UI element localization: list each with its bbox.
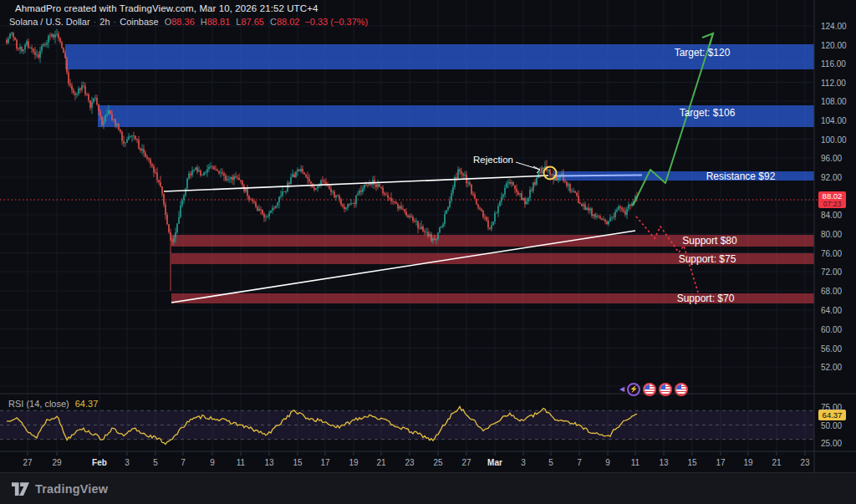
close-value: 88.02 <box>277 17 300 27</box>
chart-canvas[interactable] <box>0 0 856 504</box>
price-tick-label: 104.00 <box>821 116 847 125</box>
low-value: 87.65 <box>241 17 264 27</box>
price-tick-label: 56.00 <box>821 344 842 353</box>
open-key: O <box>165 17 172 27</box>
bar-countdown: 07:23 <box>818 201 846 209</box>
support-80-label[interactable]: Support $80 <box>682 235 736 247</box>
time-tick-label: 9 <box>210 458 215 467</box>
bottom-toolbar: TradingView <box>0 472 856 504</box>
event-icon-row: ⚡ <box>627 383 688 396</box>
support-70-label[interactable]: Support: $70 <box>677 293 735 304</box>
tradingview-logo-icon <box>12 482 29 496</box>
high-value: 88.81 <box>207 17 231 27</box>
time-tick-label: 15 <box>293 458 302 467</box>
rejection-label[interactable]: Rejection <box>473 155 513 165</box>
separator-dot: · <box>94 17 97 27</box>
price-tick-label: 84.00 <box>821 211 842 220</box>
time-tick-label: 27 <box>23 458 32 467</box>
time-tick-label: 11 <box>631 458 639 467</box>
time-tick-label: 25 <box>433 458 442 467</box>
time-tick-label: 11 <box>237 458 245 467</box>
time-tick-label: 7 <box>577 458 582 467</box>
rsi-current-value: 64.37 <box>75 399 99 409</box>
us-flag-icon[interactable] <box>643 383 656 396</box>
resistance-92-label[interactable]: Resistance $92 <box>706 171 776 182</box>
event-markers: ◀ ⚡ <box>619 383 688 396</box>
event-pointer-icon: ◀ <box>619 386 624 393</box>
exchange-label: Coinbase <box>120 17 158 27</box>
us-flag-icon[interactable] <box>675 383 688 396</box>
price-tick-label: 60.00 <box>821 324 842 333</box>
separator-dot: · <box>114 17 117 27</box>
rsi-tick-label: 75.00 <box>821 403 842 412</box>
price-tick-label: 64.00 <box>821 306 842 315</box>
price-tick-label: 124.00 <box>821 22 847 31</box>
interval-label[interactable]: 2h <box>99 17 110 27</box>
price-tick-label: 80.00 <box>821 230 842 239</box>
time-tick-label: Feb <box>92 458 107 467</box>
brand-name: TradingView <box>35 482 108 496</box>
price-tick-label: 72.00 <box>821 267 842 277</box>
price-tick-label: 108.00 <box>821 97 847 106</box>
close-key: C <box>270 17 277 27</box>
price-tick-label: 68.00 <box>821 287 842 296</box>
symbol-name[interactable]: Solana / U.S. Dollar <box>9 17 90 27</box>
high-key: H <box>201 17 207 27</box>
target-106-label[interactable]: Target: $106 <box>680 107 736 119</box>
time-tick-label: 3 <box>521 458 526 467</box>
price-tick-label: 112.00 <box>821 78 846 87</box>
lightning-icon[interactable]: ⚡ <box>627 383 640 396</box>
time-tick-label: 17 <box>320 458 329 467</box>
support-75-label[interactable]: Support: $75 <box>679 253 736 265</box>
time-tick-label: 19 <box>743 458 752 467</box>
price-tick-label: 96.00 <box>821 154 842 163</box>
tradingview-published-chart: AhmadPro created with TradingView.com, M… <box>0 0 856 504</box>
time-tick-label: 3 <box>125 458 130 467</box>
tradingview-brand[interactable]: TradingView <box>12 482 108 496</box>
time-tick-label: 27 <box>461 458 471 467</box>
time-tick-label: 23 <box>800 458 809 467</box>
time-tick-label: 5 <box>153 458 158 467</box>
time-tick-label: 5 <box>548 458 553 467</box>
time-tick-label: 9 <box>605 458 610 467</box>
time-tick-label: 23 <box>405 458 414 467</box>
change-value: −0.33 (−0.37%) <box>304 17 368 27</box>
time-tick-label: 21 <box>376 458 385 467</box>
time-tick-label: 19 <box>349 458 358 467</box>
time-tick-label: 13 <box>659 458 668 467</box>
price-tick-label: 76.00 <box>821 248 842 257</box>
time-tick-label: 29 <box>52 458 61 467</box>
rsi-legend: RSI (14, close)64.37 <box>8 399 98 409</box>
time-tick-label: 7 <box>181 458 186 467</box>
time-tick-label: 17 <box>716 458 725 467</box>
price-tick-label: 120.00 <box>821 40 847 49</box>
rsi-tick-label: 50.00 <box>821 421 842 430</box>
us-flag-icon[interactable] <box>659 383 672 396</box>
time-tick-label: Mar <box>487 458 502 467</box>
price-tick-label: 92.00 <box>821 173 842 182</box>
price-tick-label: 100.00 <box>821 135 847 144</box>
target-120-label[interactable]: Target: $120 <box>675 47 731 59</box>
time-tick-label: 15 <box>687 458 696 467</box>
credit-text: AhmadPro created with TradingView.com, M… <box>15 3 318 13</box>
time-tick-label: 13 <box>264 458 273 467</box>
price-tick-label: 52.00 <box>821 363 842 372</box>
symbol-legend: Solana / U.S. Dollar·2h·CoinbaseO88.36H8… <box>9 17 368 27</box>
rsi-indicator-title[interactable]: RSI (14, close) <box>8 399 69 409</box>
price-tick-label: 116.00 <box>821 59 846 69</box>
current-price-badge: 88.02 07:23 <box>818 191 846 208</box>
time-tick-label: 21 <box>772 458 781 467</box>
open-value: 88.36 <box>171 17 195 27</box>
rsi-tick-label: 25.00 <box>821 439 842 448</box>
